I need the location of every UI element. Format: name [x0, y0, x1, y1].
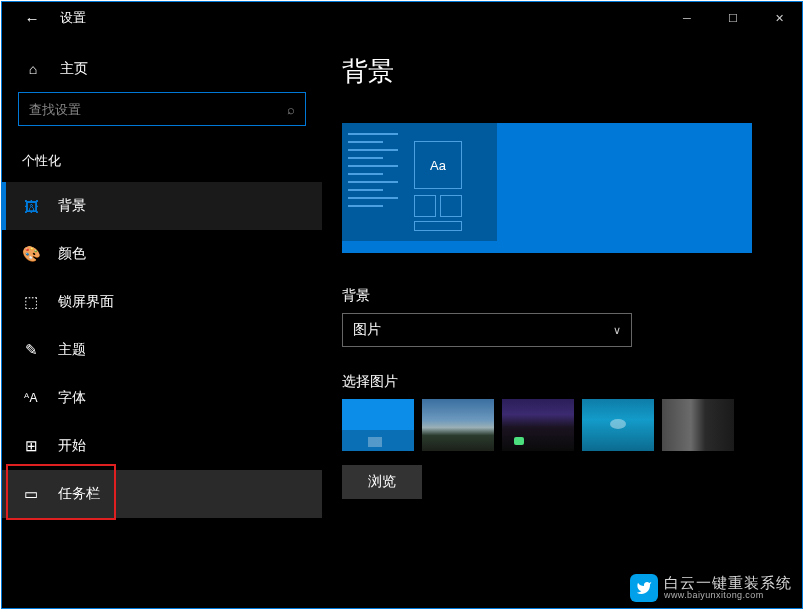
- search-box[interactable]: ⌕: [18, 92, 306, 126]
- sidebar-item-label: 背景: [58, 197, 86, 215]
- sidebar-item-lockscreen[interactable]: ⬚ 锁屏界面: [2, 278, 322, 326]
- sidebar-item-background[interactable]: 🖼 背景: [2, 182, 322, 230]
- browse-button[interactable]: 浏览: [342, 465, 422, 499]
- sidebar-item-label: 字体: [58, 389, 86, 407]
- thumbnail-5[interactable]: [662, 399, 734, 451]
- image-icon: 🖼: [22, 198, 40, 215]
- close-button[interactable]: ✕: [756, 2, 802, 34]
- close-icon: ✕: [775, 12, 784, 25]
- browse-label: 浏览: [368, 473, 396, 491]
- theme-icon: ✎: [22, 341, 40, 359]
- choose-image-label: 选择图片: [342, 373, 782, 391]
- home-icon: ⌂: [24, 61, 42, 77]
- taskbar-icon: ▭: [22, 485, 40, 503]
- dropdown-value: 图片: [353, 321, 381, 339]
- sidebar-item-taskbar[interactable]: ▭ 任务栏: [2, 470, 322, 518]
- minimize-icon: ─: [683, 12, 691, 24]
- watermark: 白云一键重装系统 www.baiyunxitong.com: [630, 574, 792, 602]
- window-title: 设置: [60, 9, 86, 27]
- thumbnail-2[interactable]: [422, 399, 494, 451]
- arrow-left-icon: ←: [25, 10, 40, 27]
- chevron-down-icon: ∨: [613, 324, 621, 337]
- watermark-logo-icon: [630, 574, 658, 602]
- watermark-text: 白云一键重装系统: [664, 575, 792, 592]
- search-input[interactable]: [29, 102, 287, 117]
- sidebar-item-label: 主题: [58, 341, 86, 359]
- sidebar-item-label: 任务栏: [58, 485, 100, 503]
- sidebar-item-start[interactable]: ⊞ 开始: [2, 422, 322, 470]
- background-label: 背景: [342, 287, 782, 305]
- font-icon: ᴬA: [22, 391, 40, 405]
- back-button[interactable]: ←: [10, 2, 54, 34]
- preview-sample-text: Aa: [414, 141, 462, 189]
- sidebar-item-label: 锁屏界面: [58, 293, 114, 311]
- thumbnail-4[interactable]: [582, 399, 654, 451]
- thumbnail-1[interactable]: [342, 399, 414, 451]
- thumbnail-3[interactable]: [502, 399, 574, 451]
- search-icon: ⌕: [287, 102, 295, 117]
- background-preview: Aa: [342, 123, 752, 253]
- sidebar-item-fonts[interactable]: ᴬA 字体: [2, 374, 322, 422]
- home-nav[interactable]: ⌂ 主页: [18, 54, 306, 92]
- lockscreen-icon: ⬚: [22, 293, 40, 311]
- sidebar-item-themes[interactable]: ✎ 主题: [2, 326, 322, 374]
- sidebar-item-label: 颜色: [58, 245, 86, 263]
- minimize-button[interactable]: ─: [664, 2, 710, 34]
- maximize-button[interactable]: ☐: [710, 2, 756, 34]
- watermark-url: www.baiyunxitong.com: [664, 591, 792, 601]
- image-thumbnails: [342, 399, 782, 451]
- section-header: 个性化: [22, 152, 306, 170]
- home-label: 主页: [60, 60, 88, 78]
- titlebar: ← 设置 ─ ☐ ✕: [2, 2, 802, 34]
- maximize-icon: ☐: [728, 12, 738, 25]
- page-title: 背景: [342, 54, 782, 89]
- sidebar-item-colors[interactable]: 🎨 颜色: [2, 230, 322, 278]
- sidebar-item-label: 开始: [58, 437, 86, 455]
- background-dropdown[interactable]: 图片 ∨: [342, 313, 632, 347]
- start-icon: ⊞: [22, 437, 40, 455]
- palette-icon: 🎨: [22, 245, 40, 263]
